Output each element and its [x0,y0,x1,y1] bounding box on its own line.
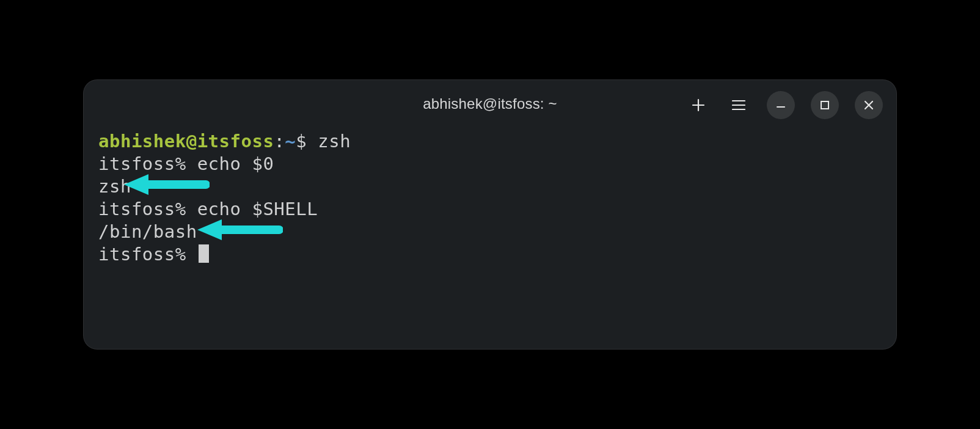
maximize-icon [819,100,830,111]
zsh-prompt: itsfoss% [98,199,197,219]
terminal-line: abhishek@itsfoss:~$ zsh [98,130,882,153]
terminal-cursor [199,244,209,263]
close-icon [863,100,874,111]
terminal-line: itsfoss% echo $0 [98,153,882,175]
prompt-colon: : [274,131,285,152]
command-text: zsh [318,131,351,152]
hamburger-icon [732,100,745,111]
svg-rect-0 [821,101,828,109]
minimize-button[interactable] [767,91,795,119]
command-text: echo $SHELL [197,199,318,219]
terminal-line: itsfoss% [98,243,882,266]
prompt-path: ~ [285,131,296,152]
prompt-at: @ [186,131,197,152]
output-text: /bin/bash [98,221,197,242]
prompt-host: itsfoss [197,131,274,152]
terminal-line: itsfoss% echo $SHELL [98,198,882,221]
new-tab-button[interactable] [686,93,711,117]
terminal-window: abhishek@itsfoss: ~ [84,80,896,349]
prompt-dollar: $ [296,131,318,152]
output-text: zsh [98,176,131,197]
minimize-icon [775,100,786,111]
close-button[interactable] [855,91,883,119]
plus-icon [692,98,705,112]
window-title: abhishek@itsfoss: ~ [423,95,557,112]
zsh-prompt: itsfoss% [98,244,197,265]
terminal-output: /bin/bash [98,221,882,243]
titlebar: abhishek@itsfoss: ~ [84,80,896,128]
zsh-prompt: itsfoss% [98,153,197,174]
terminal-output: zsh [98,175,882,198]
terminal-body[interactable]: abhishek@itsfoss:~$ zsh itsfoss% echo $0… [84,128,896,266]
title-controls [686,91,883,119]
prompt-user: abhishek [98,131,186,152]
command-text: echo $0 [197,153,274,174]
hamburger-menu-button[interactable] [726,93,751,117]
maximize-button[interactable] [811,91,839,119]
